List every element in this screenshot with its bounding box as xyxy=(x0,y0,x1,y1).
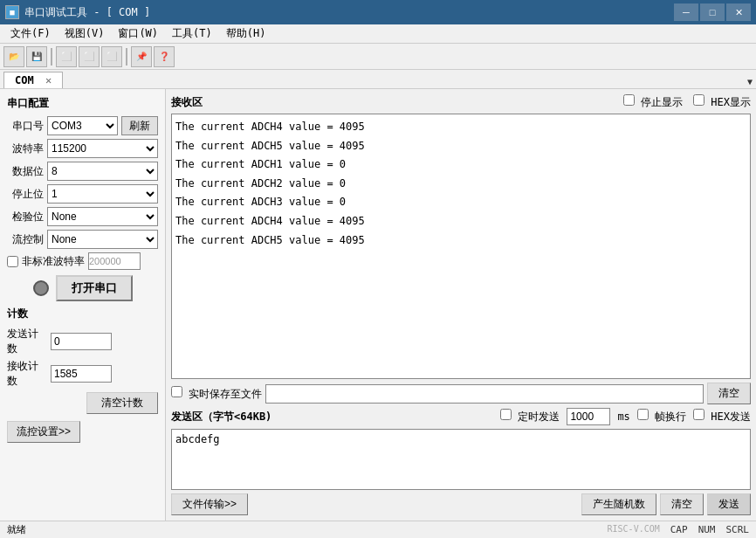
toolbar-sep-1 xyxy=(51,48,52,66)
clear-send-button[interactable]: 清空 xyxy=(660,493,704,515)
open-port-button[interactable]: 打开串口 xyxy=(56,275,133,301)
flow-select[interactable]: None xyxy=(47,230,158,249)
stop-display-label: 停止显示 xyxy=(641,96,683,108)
toolbar-pin-btn[interactable]: 📌 xyxy=(131,46,152,67)
maximize-button[interactable]: □ xyxy=(700,3,725,21)
databits-label: 数据位 xyxy=(7,164,44,179)
toolbar-btn-4[interactable]: ⬜ xyxy=(79,46,100,67)
hex-display-label: HEX显示 xyxy=(711,96,751,108)
save-file-path[interactable] xyxy=(265,384,704,404)
port-status-indicator xyxy=(33,280,49,296)
menu-file[interactable]: 文件(F) xyxy=(3,24,58,43)
send-title: 发送区（字节<64KB) xyxy=(171,410,271,424)
custom-baud-label: 非标准波特率 xyxy=(22,254,85,269)
menu-view[interactable]: 视图(V) xyxy=(58,24,112,43)
recv-area[interactable]: The current ADCH4 value = 4095The curren… xyxy=(171,114,751,379)
frame-swap-option[interactable]: 帧换行 xyxy=(637,409,686,424)
stop-display-checkbox[interactable] xyxy=(623,94,635,106)
parity-label: 检验位 xyxy=(7,210,44,224)
databits-select[interactable]: 8 xyxy=(47,162,158,181)
refresh-button[interactable]: 刷新 xyxy=(121,116,158,135)
file-transfer-button[interactable]: 文件传输>> xyxy=(171,493,248,515)
timed-send-option[interactable]: 定时发送 xyxy=(500,409,560,424)
recv-line: The current ADCH4 value = 4095 xyxy=(175,212,746,231)
cap-indicator: CAP xyxy=(670,524,688,535)
recv-title: 接收区 xyxy=(171,95,203,110)
baud-select[interactable]: 115200 xyxy=(47,139,158,158)
tab-bar: COM ✕ ▼ xyxy=(0,70,756,89)
custom-baud-checkbox[interactable] xyxy=(7,256,18,267)
tab-arrow-icon[interactable]: ▼ xyxy=(742,75,756,88)
main-content: 串口配置 串口号 COM3 刷新 波特率 115200 数据位 8 停止位 1 xyxy=(0,89,756,521)
stopbits-label: 停止位 xyxy=(7,187,44,202)
toolbar-sep-2 xyxy=(126,48,127,66)
recv-line: The current ADCH4 value = 4095 xyxy=(175,118,746,137)
timed-send-checkbox[interactable] xyxy=(500,409,512,420)
tab-close-icon[interactable]: ✕ xyxy=(45,74,52,86)
menu-bar: 文件(F) 视图(V) 窗口(W) 工具(T) 帮助(H) xyxy=(0,24,756,44)
hex-send-option[interactable]: HEX发送 xyxy=(693,409,751,424)
frame-swap-label: 帧换行 xyxy=(655,410,686,423)
baud-label: 波特率 xyxy=(7,141,44,156)
toolbar-help-btn[interactable]: ❓ xyxy=(154,46,175,67)
stop-display-option[interactable]: 停止显示 xyxy=(623,94,683,110)
recv-count-input[interactable] xyxy=(51,365,112,383)
frame-swap-checkbox[interactable] xyxy=(637,409,649,420)
hex-display-checkbox[interactable] xyxy=(693,94,704,106)
status-bar: 就绪 RISC-V.COM CAP NUM SCRL xyxy=(0,521,756,538)
toolbar-save-btn[interactable]: 💾 xyxy=(26,46,47,67)
recv-line: The current ADCH1 value = 0 xyxy=(175,155,746,175)
timed-send-interval[interactable] xyxy=(567,408,610,425)
clear-recv-button[interactable]: 清空 xyxy=(707,383,751,404)
menu-help[interactable]: 帮助(H) xyxy=(219,24,273,43)
send-area[interactable]: abcdefg xyxy=(171,429,751,490)
minimize-button[interactable]: ─ xyxy=(674,3,698,21)
count-title: 计数 xyxy=(7,307,158,321)
serial-config-title: 串口配置 xyxy=(7,96,158,111)
recv-line: The current ADCH2 value = 0 xyxy=(175,175,746,194)
timed-send-label: 定时发送 xyxy=(518,410,560,423)
toolbar: 📂 💾 ⬜ ⬜ ⬜ 📌 ❓ xyxy=(0,44,756,70)
stopbits-select[interactable]: 1 xyxy=(47,184,158,203)
parity-select[interactable]: None xyxy=(47,207,158,226)
app-icon: ■ xyxy=(5,5,19,19)
save-file-option[interactable]: 实时保存至文件 xyxy=(171,386,262,402)
menu-window[interactable]: 窗口(W) xyxy=(111,24,165,43)
tab-label: COM xyxy=(15,74,34,86)
toolbar-open-btn[interactable]: 📂 xyxy=(3,46,24,67)
send-button[interactable]: 发送 xyxy=(707,493,751,515)
left-panel: 串口配置 串口号 COM3 刷新 波特率 115200 数据位 8 停止位 1 xyxy=(0,89,166,521)
watermark: RISC-V.COM xyxy=(608,524,660,535)
flow-settings-button[interactable]: 流控设置>> xyxy=(7,421,80,443)
recv-line: The current ADCH5 value = 4095 xyxy=(175,137,746,156)
hex-send-checkbox[interactable] xyxy=(693,409,704,420)
count-section: 计数 发送计数 接收计数 清空计数 xyxy=(7,307,158,414)
port-select[interactable]: COM3 xyxy=(47,116,118,135)
recv-line: The current ADCH5 value = 4095 xyxy=(175,231,746,251)
num-indicator: NUM xyxy=(698,524,716,535)
hex-display-option[interactable]: HEX显示 xyxy=(693,94,751,110)
toolbar-btn-3[interactable]: ⬜ xyxy=(56,46,77,67)
send-count-label: 发送计数 xyxy=(7,327,47,356)
recv-line: The current ADCH3 value = 0 xyxy=(175,193,746,212)
window-title: 串口调试工具 - [ COM ] xyxy=(24,5,150,20)
toolbar-btn-5[interactable]: ⬜ xyxy=(101,46,122,67)
ms-label: ms xyxy=(617,410,629,423)
hex-send-label: HEX发送 xyxy=(711,410,751,423)
save-file-checkbox[interactable] xyxy=(171,386,182,397)
menu-tools[interactable]: 工具(T) xyxy=(165,24,219,43)
clear-count-button[interactable]: 清空计数 xyxy=(86,392,158,414)
send-count-input[interactable] xyxy=(51,333,112,350)
save-file-label: 实时保存至文件 xyxy=(189,388,262,400)
scrl-indicator: SCRL xyxy=(726,524,750,535)
custom-baud-input[interactable] xyxy=(88,252,141,270)
flow-label: 流控制 xyxy=(7,232,44,247)
port-label: 串口号 xyxy=(7,119,44,134)
status-text: 就绪 xyxy=(7,523,26,536)
title-bar: ■ 串口调试工具 - [ COM ] ─ □ ✕ xyxy=(0,0,756,24)
random-number-button[interactable]: 产生随机数 xyxy=(581,493,656,515)
tab-com[interactable]: COM ✕ xyxy=(3,72,63,88)
recv-count-label: 接收计数 xyxy=(7,359,47,389)
right-panel: 接收区 停止显示 HEX显示 The current ADCH4 value =… xyxy=(166,89,756,521)
close-button[interactable]: ✕ xyxy=(726,3,751,21)
